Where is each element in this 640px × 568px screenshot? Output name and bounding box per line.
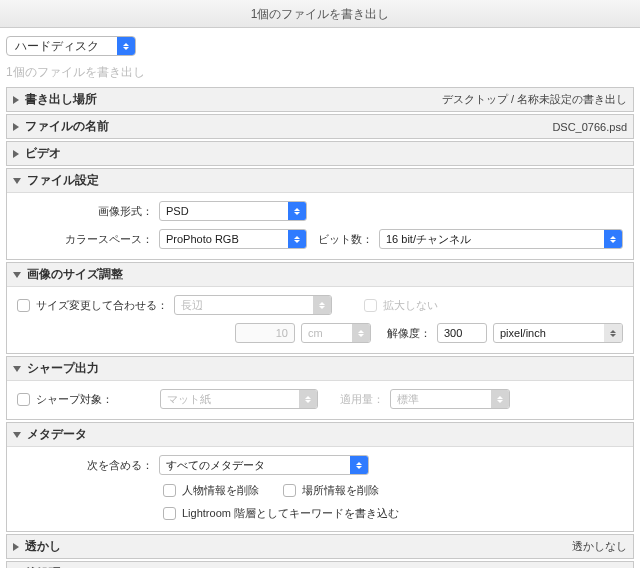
chevron-updown-icon xyxy=(491,390,509,408)
disclosure-right-icon xyxy=(13,123,19,131)
include-label: 次を含める： xyxy=(17,458,153,473)
window-title: 1個のファイルを書き出し xyxy=(0,0,640,28)
sharpen-for-select: マット紙 xyxy=(160,389,318,409)
include-select[interactable]: すべてのメタデータ xyxy=(159,455,369,475)
colorspace-select[interactable]: ProPhoto RGB xyxy=(159,229,307,249)
panel-filename-header[interactable]: ファイルの名前 DSC_0766.psd xyxy=(7,115,633,138)
panel-post: 後処理 なにもしない xyxy=(6,561,634,568)
panel-title: ビデオ xyxy=(25,145,61,162)
remove-location-checkbox[interactable] xyxy=(283,484,296,497)
panel-filename: ファイルの名前 DSC_0766.psd xyxy=(6,114,634,139)
panel-sharpen: シャープ出力 シャープ対象： マット紙 適用量： 標準 xyxy=(6,356,634,420)
bitdepth-select[interactable]: 16 bit/チャンネル xyxy=(379,229,623,249)
noenlarge-label: 拡大しない xyxy=(383,298,438,313)
sharpen-amount-select: 標準 xyxy=(390,389,510,409)
chevron-updown-icon xyxy=(313,296,331,314)
disclosure-down-icon xyxy=(13,366,21,372)
noenlarge-checkbox xyxy=(364,299,377,312)
panel-metadata-header[interactable]: メタデータ xyxy=(7,423,633,447)
disclosure-down-icon xyxy=(13,432,21,438)
panel-summary: 透かしなし xyxy=(572,539,627,554)
panel-video-header[interactable]: ビデオ xyxy=(7,142,633,165)
panel-sizing-header[interactable]: 画像のサイズ調整 xyxy=(7,263,633,287)
sharpen-label: シャープ対象： xyxy=(36,392,154,407)
panel-summary: DSC_0766.psd xyxy=(552,121,627,133)
panel-location: 書き出し場所 デスクトップ / 名称未設定の書き出し xyxy=(6,87,634,112)
remove-person-checkbox[interactable] xyxy=(163,484,176,497)
sharpen-checkbox[interactable] xyxy=(17,393,30,406)
panel-title: メタデータ xyxy=(27,426,87,443)
write-hierarchy-checkbox[interactable] xyxy=(163,507,176,520)
disclosure-down-icon xyxy=(13,272,21,278)
panel-location-header[interactable]: 書き出し場所 デスクトップ / 名称未設定の書き出し xyxy=(7,88,633,111)
disclosure-right-icon xyxy=(13,96,19,104)
panel-title: シャープ出力 xyxy=(27,360,99,377)
colorspace-label: カラースペース： xyxy=(17,232,153,247)
panel-summary: デスクトップ / 名称未設定の書き出し xyxy=(442,92,627,107)
panel-title: 透かし xyxy=(25,538,61,555)
resize-method-select: 長辺 xyxy=(174,295,332,315)
chevron-updown-icon xyxy=(604,324,622,342)
chevron-updown-icon xyxy=(350,456,368,474)
destination-select[interactable]: ハードディスク xyxy=(6,36,136,56)
panel-filesettings-header[interactable]: ファイル設定 xyxy=(7,169,633,193)
panel-metadata: メタデータ 次を含める： すべてのメタデータ 人物情報を削除 場所情報を削除 xyxy=(6,422,634,532)
resolution-input[interactable]: 300 xyxy=(437,323,487,343)
sharpen-amount-label: 適用量： xyxy=(324,392,384,407)
panel-title: 書き出し場所 xyxy=(25,91,97,108)
chevron-updown-icon xyxy=(288,230,306,248)
status-text: 1個のファイルを書き出し xyxy=(0,60,640,87)
chevron-updown-icon xyxy=(604,230,622,248)
resolution-unit-select[interactable]: pixel/inch xyxy=(493,323,623,343)
disclosure-right-icon xyxy=(13,150,19,158)
chevron-updown-icon xyxy=(288,202,306,220)
disclosure-right-icon xyxy=(13,543,19,551)
format-label: 画像形式： xyxy=(17,204,153,219)
chevron-updown-icon xyxy=(352,324,370,342)
disclosure-down-icon xyxy=(13,178,21,184)
panel-watermark: 透かし 透かしなし xyxy=(6,534,634,559)
size-input: 10 xyxy=(235,323,295,343)
panel-video: ビデオ xyxy=(6,141,634,166)
chevron-updown-icon xyxy=(117,37,135,55)
panel-post-header[interactable]: 後処理 なにもしない xyxy=(7,562,633,568)
remove-location-label: 場所情報を削除 xyxy=(302,483,379,498)
panel-sizing: 画像のサイズ調整 サイズ変更して合わせる： 長辺 拡大しない 10 cm xyxy=(6,262,634,354)
destination-value: ハードディスク xyxy=(7,37,117,55)
resolution-label: 解像度： xyxy=(377,326,431,341)
format-select[interactable]: PSD xyxy=(159,201,307,221)
bitdepth-label: ビット数： xyxy=(313,232,373,247)
panel-title: ファイル設定 xyxy=(27,172,99,189)
remove-person-label: 人物情報を削除 xyxy=(182,483,259,498)
write-hierarchy-label: Lightroom 階層としてキーワードを書き込む xyxy=(182,506,399,521)
panel-filesettings: ファイル設定 画像形式： PSD カラースペース： ProPhoto RGB ビ… xyxy=(6,168,634,260)
panel-sharpen-header[interactable]: シャープ出力 xyxy=(7,357,633,381)
unit-select: cm xyxy=(301,323,371,343)
panel-title: 画像のサイズ調整 xyxy=(27,266,123,283)
panel-watermark-header[interactable]: 透かし 透かしなし xyxy=(7,535,633,558)
panel-title: ファイルの名前 xyxy=(25,118,109,135)
resize-label: サイズ変更して合わせる： xyxy=(36,298,168,313)
chevron-updown-icon xyxy=(299,390,317,408)
resize-checkbox[interactable] xyxy=(17,299,30,312)
